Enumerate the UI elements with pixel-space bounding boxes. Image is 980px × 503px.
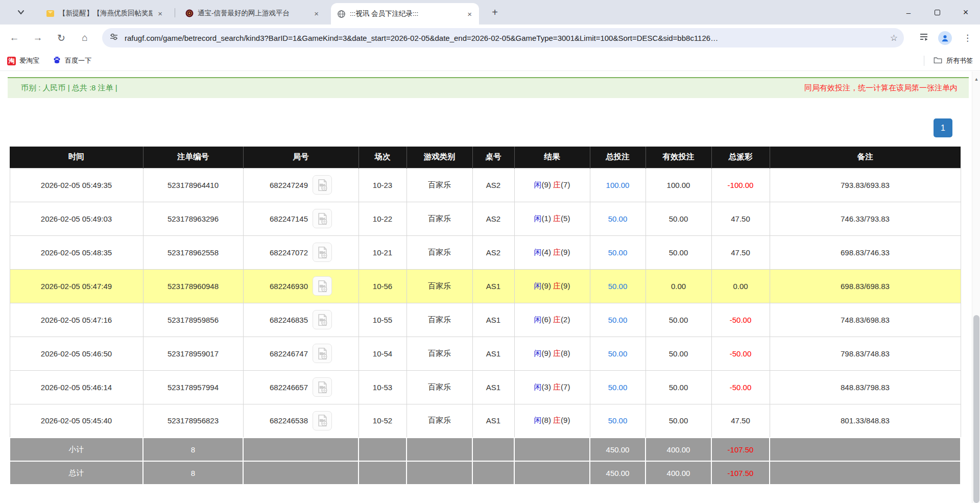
mail-icon (46, 9, 55, 18)
cell-result: 闲(4) 庄(9) (514, 235, 590, 269)
url-text[interactable]: rafugf.com/game/betrecord_search/kind3?B… (125, 34, 885, 42)
col-result: 结果 (514, 147, 590, 168)
round-number: 682246747 (270, 349, 308, 358)
cell-remark: 748.83/698.83 (770, 303, 961, 337)
bet-row: 2026-02-05 05:48:35523178962558682247072… (10, 235, 961, 269)
subtotal-count: 8 (143, 438, 243, 461)
cell-result: 闲(8) 庄(9) (514, 404, 590, 438)
tune-icon[interactable] (109, 32, 118, 43)
subtotal-total-bet: 450.00 (590, 438, 646, 461)
cell-remark: 698.83/698.83 (770, 269, 961, 303)
cell-remark: 746.33/793.83 (770, 202, 961, 235)
minimize-button[interactable]: – (894, 0, 923, 25)
cell-payout: -50.00 (711, 303, 770, 337)
address-bar[interactable]: rafugf.com/game/betrecord_search/kind3?B… (102, 28, 904, 47)
cell-round: 682246930 (243, 269, 358, 303)
round-video-button[interactable] (313, 377, 332, 397)
tab-forum[interactable]: 【新提醒】【海燕优质回帖奖励 × (40, 5, 170, 22)
home-icon[interactable]: ⌂ (76, 29, 94, 47)
cell-bet-id: 523178962558 (143, 235, 243, 269)
cell-payout: 47.50 (711, 404, 770, 438)
cell-result: 闲(1) 庄(5) (514, 202, 590, 235)
media-controls-icon[interactable] (919, 32, 929, 44)
page-scrollbar[interactable]: ▲ (972, 71, 980, 503)
round-number: 682246657 (270, 383, 308, 392)
cell-table: AS1 (472, 370, 514, 404)
bookmark-star-icon[interactable]: ☆ (890, 33, 898, 43)
tab-close-icon[interactable]: × (465, 10, 474, 18)
bet-row: 2026-02-05 05:45:40523178956823682246538… (10, 404, 961, 438)
subtotal-payout: -107.50 (711, 438, 770, 461)
tab-bet-record[interactable]: :::视讯 会员下注纪录::: × (331, 3, 479, 25)
divider (924, 56, 924, 66)
footer-empty-cell (358, 461, 407, 485)
bookmark-aitaobao[interactable]: 淘 爱淘宝 (7, 56, 39, 65)
page-number-button[interactable]: 1 (934, 118, 952, 137)
tab-divider (175, 8, 175, 17)
reload-icon[interactable]: ↻ (52, 29, 70, 47)
cell-round: 682246747 (243, 337, 358, 370)
footer-empty-cell (770, 438, 961, 461)
profile-avatar[interactable] (938, 31, 952, 45)
video-replay-icon (316, 279, 329, 293)
video-replay-icon (316, 212, 329, 226)
round-number: 682247072 (270, 248, 308, 257)
all-bookmarks[interactable]: 所有书签 (924, 56, 973, 66)
bet-row: 2026-02-05 05:46:50523178959017682246747… (10, 337, 961, 370)
bookmark-baidu[interactable]: 百度一下 (53, 56, 91, 66)
tab-close-icon[interactable]: × (156, 9, 164, 18)
cell-session: 10-56 (358, 269, 407, 303)
cell-bet-id: 523178957994 (143, 370, 243, 404)
new-tab-button[interactable]: + (488, 6, 501, 19)
col-remark: 备注 (770, 147, 961, 168)
cell-payout: -50.00 (711, 370, 770, 404)
tab-tongbao[interactable]: 通宝-信誉最好的网上游戏平台 × (179, 5, 326, 22)
cell-game-type: 百家乐 (407, 370, 472, 404)
tab-search-chevron-icon[interactable] (16, 8, 26, 17)
cell-game-type: 百家乐 (407, 202, 472, 235)
cell-time: 2026-02-05 05:45:40 (10, 404, 143, 438)
scroll-up-arrow-icon[interactable]: ▲ (972, 77, 980, 82)
cell-table: AS2 (472, 235, 514, 269)
cell-payout: 47.50 (711, 235, 770, 269)
forward-icon[interactable]: → (29, 29, 47, 47)
round-video-button[interactable] (313, 310, 332, 329)
scrollbar-thumb[interactable] (973, 315, 979, 503)
back-icon[interactable]: ← (5, 29, 23, 47)
bet-row: 2026-02-05 05:49:35523178964410682247249… (10, 168, 961, 202)
cell-valid-bet: 50.00 (646, 235, 711, 269)
cell-time: 2026-02-05 05:47:49 (10, 269, 143, 303)
round-video-button[interactable] (313, 344, 332, 363)
cell-total-bet: 50.00 (590, 235, 646, 269)
round-number: 682246538 (270, 416, 308, 425)
round-number: 682247145 (270, 214, 308, 223)
video-replay-icon (316, 380, 329, 394)
cell-game-type: 百家乐 (407, 303, 472, 337)
close-window-button[interactable]: × (951, 0, 980, 25)
round-video-button[interactable] (313, 276, 332, 296)
cell-valid-bet: 50.00 (646, 370, 711, 404)
window-controls: – × (894, 0, 980, 25)
round-video-button[interactable] (313, 243, 332, 262)
cell-total-bet: 50.00 (590, 404, 646, 438)
cell-bet-id: 523178959017 (143, 337, 243, 370)
footer-empty-cell (472, 438, 514, 461)
total-label: 总计 (10, 461, 143, 485)
round-video-button[interactable] (313, 411, 332, 430)
cell-remark: 793.83/693.83 (770, 168, 961, 202)
cell-session: 10-23 (358, 168, 407, 202)
tab-close-icon[interactable]: × (312, 9, 321, 18)
round-number: 682246835 (270, 316, 308, 324)
footer-empty-cell (514, 438, 590, 461)
restore-button[interactable] (923, 0, 951, 25)
col-time: 时间 (10, 147, 143, 168)
globe-icon (337, 10, 346, 18)
subtotal-label: 小计 (10, 438, 143, 461)
round-video-button[interactable] (313, 175, 332, 195)
browser-menu-icon[interactable]: ⋮ (961, 33, 974, 43)
summary-bar: 币别 : 人民币 | 总共 :8 注单 | 同局有效投注，统一计算在该局第一张注… (8, 77, 969, 98)
cell-valid-bet: 50.00 (646, 404, 711, 438)
cell-time: 2026-02-05 05:47:16 (10, 303, 143, 337)
round-video-button[interactable] (313, 209, 332, 228)
cell-round: 682246657 (243, 370, 358, 404)
